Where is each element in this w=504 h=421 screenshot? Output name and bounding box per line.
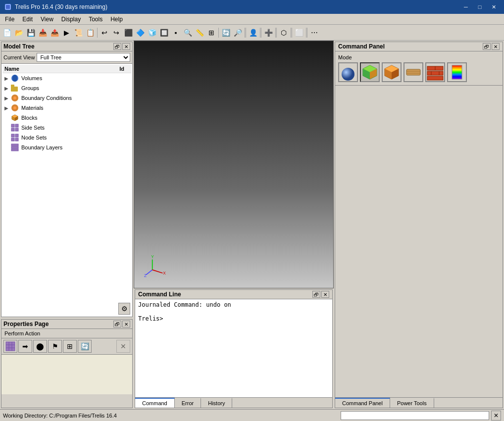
tree-item-sidesets[interactable]: Side Sets xyxy=(2,123,131,133)
status-input[interactable] xyxy=(341,411,489,420)
mode-blocks-btn[interactable] xyxy=(382,62,402,82)
tb-export[interactable]: 📤 xyxy=(49,27,60,39)
expand-icon-sidesets xyxy=(4,125,10,131)
svg-rect-23 xyxy=(11,146,18,148)
tree-item-nodesets[interactable]: Node Sets xyxy=(2,133,131,142)
svg-rect-19 xyxy=(15,134,18,137)
tb-script[interactable]: 📜 xyxy=(72,27,84,39)
svg-line-32 xyxy=(146,270,152,275)
model-tree-title: Model Tree xyxy=(3,43,35,50)
tab-command[interactable]: Command xyxy=(135,398,175,408)
mode-mesh-btn[interactable] xyxy=(360,62,380,82)
mode-bc-btn[interactable] xyxy=(425,62,445,82)
tb-grid[interactable]: ⊞ xyxy=(205,27,217,39)
blocks-icon xyxy=(10,114,19,122)
tb-undo[interactable]: ↩ xyxy=(99,27,110,39)
mode-spectrum-btn[interactable] xyxy=(447,62,467,82)
cp-tab-command-panel[interactable]: Command Panel xyxy=(335,398,390,408)
tab-history[interactable]: History xyxy=(201,398,232,408)
tb-play[interactable]: ▶ xyxy=(60,27,72,39)
cmd-close-btn[interactable]: ✕ xyxy=(321,291,329,298)
tb-view3d[interactable]: 🧊 xyxy=(146,27,158,39)
props-close-btn[interactable]: ✕ xyxy=(122,321,130,327)
action-flag-btn[interactable]: ⚑ xyxy=(48,340,62,353)
tb-open[interactable]: 📂 xyxy=(13,27,25,39)
tb-import[interactable]: 📥 xyxy=(37,27,49,39)
action-sphere-btn[interactable]: ⬤ xyxy=(33,340,47,353)
tb-iso[interactable]: 🔷 xyxy=(134,27,146,39)
tree-settings-icon[interactable]: ⚙ xyxy=(118,303,130,315)
menu-help[interactable]: Help xyxy=(106,15,127,24)
props-restore-btn[interactable]: 🗗 xyxy=(113,321,121,327)
minimize-button[interactable]: ─ xyxy=(459,2,472,12)
mode-label: Mode xyxy=(338,54,500,60)
svg-line-34 xyxy=(152,270,163,273)
mode-section: Mode xyxy=(335,51,503,86)
tb-refresh[interactable]: 🔄 xyxy=(220,27,232,39)
tb-zoom-in[interactable]: 🔎 xyxy=(232,27,244,39)
materials-icon xyxy=(10,104,19,112)
tree-item-groups[interactable]: ▶ Groups xyxy=(2,83,131,93)
tb-view3[interactable]: ▪ xyxy=(170,27,182,39)
col-name: Name xyxy=(4,66,19,72)
status-clear-btn[interactable]: ✕ xyxy=(491,411,501,421)
svg-rect-20 xyxy=(11,138,14,141)
viewport[interactable]: Y Z X xyxy=(134,41,334,288)
menu-display[interactable]: Display xyxy=(57,15,85,24)
model-tree: Model Tree 🗗 ✕ Current View Full Tree Na… xyxy=(1,42,133,317)
tb-ruler[interactable]: 📏 xyxy=(194,27,205,39)
tb-save[interactable]: 💾 xyxy=(25,27,37,39)
model-tree-restore-btn[interactable]: 🗗 xyxy=(113,43,121,50)
tb-journal[interactable]: 📋 xyxy=(84,27,96,39)
view-select[interactable]: Full Tree xyxy=(37,53,130,62)
mode-geometry-btn[interactable] xyxy=(338,62,358,82)
mode-material-btn[interactable] xyxy=(403,62,423,82)
cmd-panel-header: Command Panel 🗗 ✕ xyxy=(335,42,503,51)
tb-person[interactable]: 👤 xyxy=(247,27,259,39)
model-tree-close-btn[interactable]: ✕ xyxy=(122,43,130,50)
expand-icon-volumes: ▶ xyxy=(4,76,10,81)
action-refresh-btn[interactable]: 🔄 xyxy=(78,340,92,353)
tb-redo[interactable]: ↪ xyxy=(110,27,122,39)
tb-select-box[interactable]: ⬜ xyxy=(293,27,305,39)
svg-rect-17 xyxy=(15,128,18,131)
svg-rect-21 xyxy=(15,138,18,141)
cmd-restore-btn[interactable]: 🗗 xyxy=(312,291,320,298)
tree-item-blocks[interactable]: Blocks xyxy=(2,113,131,123)
tree-item-boundary-conditions[interactable]: ▶ Boundary Conditions xyxy=(2,93,131,103)
tree-item-volumes-label: Volumes xyxy=(21,75,129,81)
tree-item-materials[interactable]: ▶ Materials xyxy=(2,103,131,113)
tree-item-materials-label: Materials xyxy=(21,105,129,111)
bl-icon xyxy=(10,143,19,151)
tb-plus[interactable]: ➕ xyxy=(262,27,274,39)
tb-more[interactable]: ⋯ xyxy=(308,27,320,39)
cmd-panel-content xyxy=(335,86,503,397)
action-close-btn[interactable]: ✕ xyxy=(116,340,130,353)
command-line-panel: Command Line 🗗 ✕ Journaled Command: undo… xyxy=(135,289,333,408)
tree-item-bc-label: Boundary Conditions xyxy=(21,95,129,101)
tree-item-volumes[interactable]: ▶ Volumes xyxy=(2,73,131,83)
tb-zoom-fit[interactable]: 🔍 xyxy=(182,27,194,39)
close-button[interactable]: ✕ xyxy=(487,2,500,12)
menu-view[interactable]: View xyxy=(37,15,57,24)
maximize-button[interactable]: □ xyxy=(473,2,486,12)
tree-item-boundary-layers[interactable]: Boundary Layers xyxy=(2,142,131,152)
action-grid-btn[interactable]: ⊞ xyxy=(63,340,77,353)
svg-rect-45 xyxy=(406,69,420,75)
tb-front[interactable]: ⬛ xyxy=(122,27,134,39)
tb-view2[interactable]: 🔲 xyxy=(158,27,170,39)
tb-new[interactable]: 📄 xyxy=(1,27,13,39)
svg-rect-15 xyxy=(15,124,18,127)
tb-snap[interactable]: ⬡ xyxy=(278,27,290,39)
title-bar: Trelis Pro 16.4 (30 days remaining) ─ □ … xyxy=(0,0,504,14)
tab-error[interactable]: Error xyxy=(175,398,201,408)
cmd-panel-close-btn[interactable]: ✕ xyxy=(492,43,500,50)
menu-edit[interactable]: Edit xyxy=(18,15,37,24)
action-mesh-btn[interactable] xyxy=(3,340,17,353)
menu-tools[interactable]: Tools xyxy=(85,15,106,24)
menu-file[interactable]: File xyxy=(1,15,18,24)
cmd-panel-restore-btn[interactable]: 🗗 xyxy=(483,43,491,50)
action-arrow-btn[interactable]: ➡ xyxy=(18,340,32,353)
properties-content xyxy=(1,355,132,394)
cp-tab-power-tools[interactable]: Power Tools xyxy=(390,398,434,408)
